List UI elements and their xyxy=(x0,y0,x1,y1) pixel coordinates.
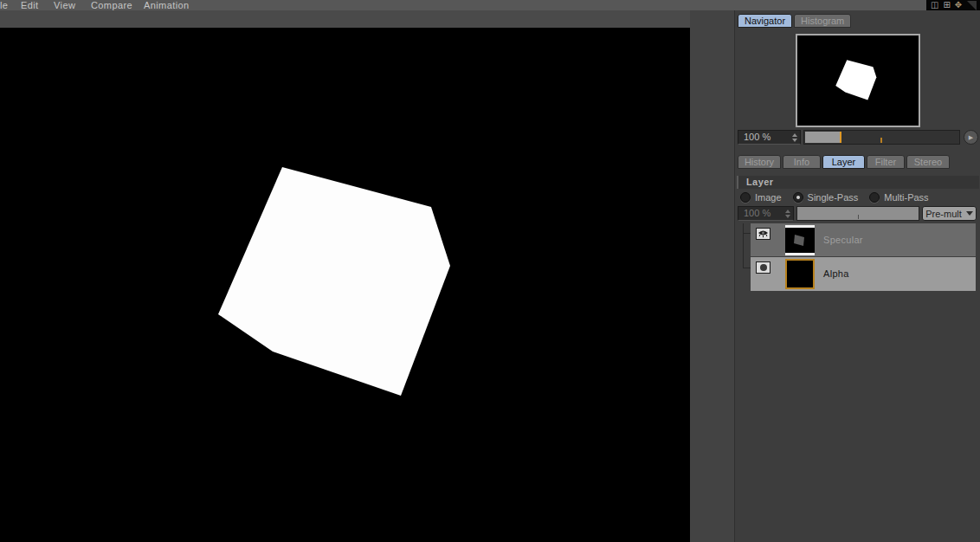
pan-icon[interactable]: ✥ xyxy=(955,1,962,10)
visibility-toggle[interactable] xyxy=(756,228,770,240)
zoom-slider-center-tick xyxy=(880,138,882,143)
layer-thumbnail[interactable] xyxy=(785,225,815,255)
tab-filter[interactable]: Filter xyxy=(867,155,905,169)
tab-info[interactable]: Info xyxy=(783,155,821,169)
menu-bar: le Edit View Compare Animation ◫ ⊞ ✥ xyxy=(0,0,980,10)
layer-row-specular[interactable]: Specular xyxy=(751,223,976,257)
chevron-down-icon xyxy=(966,211,973,216)
menu-item-animation[interactable]: Animation xyxy=(144,0,190,10)
alpha-cube-silhouette xyxy=(0,28,690,542)
layer-thumbnail[interactable] xyxy=(785,259,815,289)
stepper-up-icon[interactable] xyxy=(785,210,790,213)
toolbar-strip xyxy=(0,10,690,28)
menu-item-file[interactable]: le xyxy=(0,0,8,10)
tab-layer[interactable]: Layer xyxy=(822,155,865,169)
zoom-stepper[interactable] xyxy=(792,133,797,142)
panel-divider[interactable] xyxy=(690,10,734,542)
navigator-thumbnail[interactable] xyxy=(796,34,920,127)
tab-histogram[interactable]: Histogram xyxy=(794,14,851,28)
layer-section-title: Layer xyxy=(737,176,979,189)
tab-history[interactable]: History xyxy=(738,155,781,169)
radio-multi-pass-label[interactable]: Multi-Pass xyxy=(884,192,928,203)
play-arrow-icon: ▶ xyxy=(969,134,973,141)
layer-name[interactable]: Alpha xyxy=(823,257,849,291)
window-controls: ◫ ⊞ ✥ xyxy=(926,0,980,10)
pass-mode-row: Image Single-Pass Multi-Pass xyxy=(740,191,940,203)
tab-stereo[interactable]: Stereo xyxy=(906,155,950,169)
dot-icon xyxy=(760,264,767,271)
split-view-icon[interactable]: ◫ xyxy=(931,1,938,10)
layer-opacity-slider[interactable] xyxy=(796,206,919,221)
side-panel: Navigator Histogram 100 % ▶ Hist xyxy=(734,10,980,542)
radio-image[interactable] xyxy=(740,192,751,203)
inspector-tab-bar: History Info Layer Filter Stereo xyxy=(738,155,950,169)
corner-triangle-icon xyxy=(967,1,977,10)
opacity-slider-center-tick xyxy=(858,215,859,219)
zoom-field[interactable]: 100 % xyxy=(738,130,801,145)
menu-item-view[interactable]: View xyxy=(54,0,75,10)
radio-single-pass[interactable] xyxy=(793,192,803,203)
zoom-slider-handle[interactable] xyxy=(840,132,841,143)
stepper-up-icon[interactable] xyxy=(792,133,797,137)
stepper-down-icon[interactable] xyxy=(792,139,797,142)
stepper-down-icon[interactable] xyxy=(785,215,790,218)
picture-viewer-window: le Edit View Compare Animation ◫ ⊞ ✥ Nav… xyxy=(0,0,980,542)
zoom-slider[interactable] xyxy=(803,130,960,145)
pass-indicator[interactable] xyxy=(756,261,770,274)
menu-item-edit[interactable]: Edit xyxy=(21,0,39,10)
blend-mode-label: Pre-mult xyxy=(925,209,962,219)
navigator-options-button[interactable]: ▶ xyxy=(964,130,978,145)
eye-icon xyxy=(758,229,769,238)
radio-image-label[interactable]: Image xyxy=(755,192,782,203)
render-viewport[interactable] xyxy=(0,28,690,542)
zoom-slider-fill xyxy=(805,132,840,143)
tab-navigator[interactable]: Navigator xyxy=(738,14,792,28)
layer-opacity-field[interactable]: 100 % xyxy=(738,206,794,221)
zoom-value: 100 % xyxy=(744,131,792,144)
layer-opacity-value: 100 % xyxy=(744,207,785,220)
menu-item-compare[interactable]: Compare xyxy=(91,0,132,10)
radio-single-pass-label[interactable]: Single-Pass xyxy=(808,192,859,203)
layer-row-alpha[interactable]: Alpha xyxy=(751,257,976,291)
radio-multi-pass[interactable] xyxy=(869,192,880,203)
new-panel-icon[interactable]: ⊞ xyxy=(943,1,950,10)
specular-preview xyxy=(785,225,815,255)
layer-tree-line xyxy=(743,223,744,268)
blend-mode-dropdown[interactable]: Pre-mult xyxy=(922,206,977,221)
navigator-tab-bar: Navigator Histogram xyxy=(738,14,851,28)
layer-name[interactable]: Specular xyxy=(823,223,863,257)
opacity-stepper[interactable] xyxy=(785,210,790,218)
navigator-cube-preview xyxy=(797,35,919,126)
